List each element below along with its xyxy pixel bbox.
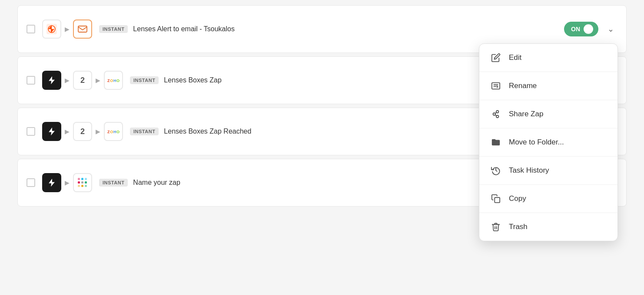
history-icon xyxy=(490,164,502,177)
menu-item-share-zap[interactable]: Share Zap xyxy=(479,100,617,128)
svg-text:O: O xyxy=(116,79,120,83)
arrow-icon: ▶ xyxy=(65,128,70,135)
menu-item-label: Task History xyxy=(509,166,549,175)
svg-rect-15 xyxy=(85,181,87,184)
trigger-app-icon xyxy=(42,20,61,39)
zap-icons: ▶ 2 ▶ Z O H O xyxy=(42,71,123,90)
row-chevron-button[interactable]: ⌄ xyxy=(604,22,617,36)
svg-text:O: O xyxy=(110,79,113,83)
menu-item-task-history[interactable]: Task History xyxy=(479,157,617,185)
edit-icon xyxy=(490,52,502,64)
menu-item-trash[interactable]: Trash xyxy=(479,213,617,241)
trigger-app-icon xyxy=(42,122,61,141)
svg-rect-18 xyxy=(78,185,80,187)
zap-name: Lenses Alert to email - Tsoukalos xyxy=(133,25,235,33)
menu-item-label: Share Zap xyxy=(509,110,543,118)
svg-rect-2 xyxy=(78,26,87,32)
row-checkbox[interactable] xyxy=(27,178,35,187)
zap-controls: ON ⌄ xyxy=(564,22,617,36)
menu-item-edit[interactable]: Edit xyxy=(479,44,617,72)
zap-name: Lenses Boxes Zap Reached xyxy=(164,128,251,135)
svg-rect-14 xyxy=(85,178,87,180)
menu-item-label: Edit xyxy=(509,53,521,62)
zap-info: INSTANT Lenses Alert to email - Tsoukalo… xyxy=(99,25,557,33)
step-count: 2 xyxy=(73,122,92,141)
svg-text:O: O xyxy=(110,130,113,134)
toggle-switch[interactable]: ON xyxy=(564,22,598,36)
toggle-label: ON xyxy=(571,26,580,33)
instant-badge: INSTANT xyxy=(130,128,159,135)
row-checkbox[interactable] xyxy=(27,25,35,33)
menu-item-copy[interactable]: Copy xyxy=(479,185,617,213)
arrow-icon: ▶ xyxy=(96,128,100,135)
svg-rect-16 xyxy=(85,185,87,187)
zap-icons: ▶ xyxy=(42,173,92,192)
action-app-icon xyxy=(73,173,92,192)
menu-item-label: Trash xyxy=(509,223,528,231)
trigger-app-icon xyxy=(42,173,61,192)
menu-item-label: Move to Folder... xyxy=(509,138,564,147)
context-menu: Edit Rename Share Zap xyxy=(479,43,618,241)
svg-rect-12 xyxy=(78,178,80,180)
svg-rect-28 xyxy=(495,197,500,203)
svg-rect-19 xyxy=(81,181,83,184)
svg-text:H: H xyxy=(113,130,116,134)
step-count: 2 xyxy=(73,71,92,90)
zap-name: Name your zap xyxy=(133,179,180,187)
action-app-icon: Z O H O xyxy=(104,122,123,141)
instant-badge: INSTANT xyxy=(99,179,128,187)
svg-rect-13 xyxy=(81,178,83,180)
trash-icon xyxy=(490,221,502,233)
svg-text:Z: Z xyxy=(107,130,110,134)
arrow-icon: ▶ xyxy=(65,77,70,84)
zap-name: Lenses Boxes Zap xyxy=(164,76,222,84)
row-checkbox[interactable] xyxy=(27,76,35,85)
svg-text:H: H xyxy=(113,79,116,83)
row-checkbox[interactable] xyxy=(27,127,35,136)
action-app-icon: Z O H O xyxy=(104,71,123,90)
copy-icon xyxy=(490,193,502,205)
menu-item-rename[interactable]: Rename xyxy=(479,72,617,100)
trigger-app-icon xyxy=(42,71,61,90)
rename-icon xyxy=(490,80,502,92)
folder-icon xyxy=(490,136,502,148)
toggle-circle xyxy=(584,24,593,34)
svg-line-27 xyxy=(495,115,497,116)
svg-rect-17 xyxy=(81,185,83,187)
share-icon xyxy=(490,108,502,120)
menu-item-label: Rename xyxy=(509,82,537,90)
zap-icons: ▶ 2 ▶ Z O H O xyxy=(42,122,123,141)
svg-text:O: O xyxy=(116,130,120,134)
instant-badge: INSTANT xyxy=(130,76,159,84)
action-app-icon xyxy=(73,20,92,39)
zap-icons: ▶ xyxy=(42,20,92,39)
menu-item-label: Copy xyxy=(509,194,526,203)
instant-badge: INSTANT xyxy=(99,25,128,33)
svg-text:Z: Z xyxy=(107,79,110,83)
arrow-icon: ▶ xyxy=(65,26,70,33)
arrow-icon: ▶ xyxy=(96,77,100,84)
menu-item-move-to-folder[interactable]: Move to Folder... xyxy=(479,128,617,157)
svg-line-26 xyxy=(495,112,497,114)
arrow-icon: ▶ xyxy=(65,179,70,186)
svg-rect-11 xyxy=(78,181,80,184)
